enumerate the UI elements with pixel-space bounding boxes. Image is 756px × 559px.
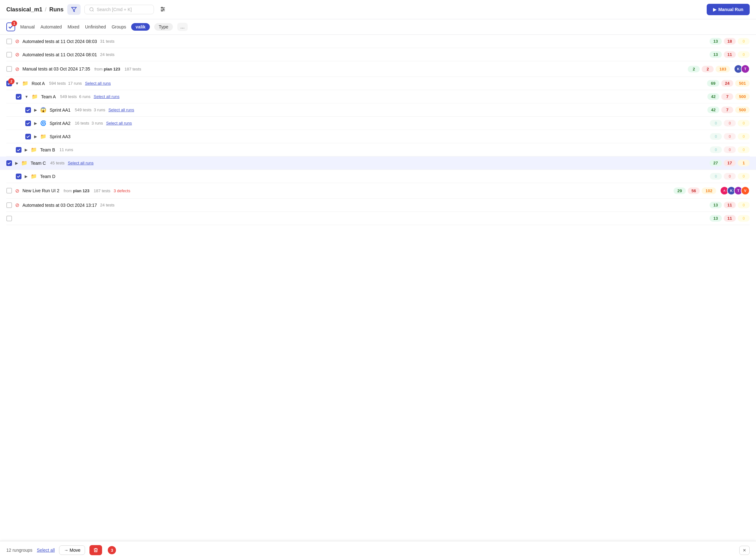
badge-green: 0 [710, 120, 722, 127]
tab-unfinished[interactable]: Unfinished [84, 23, 107, 31]
select-all-runs-link[interactable]: Select all runs [85, 81, 111, 86]
main-checkbox-badge[interactable]: 1 [6, 22, 15, 31]
run-checkbox-r8[interactable] [25, 134, 31, 139]
badge-red: 0 [724, 173, 736, 180]
run-checkbox-r9[interactable] [16, 147, 22, 153]
badge-red: 17 [724, 160, 736, 166]
chevron-down-icon[interactable]: ▼ [25, 94, 28, 99]
search-box[interactable]: Search [Cmd + K] [84, 5, 154, 14]
tab-filter-type[interactable]: Type [154, 23, 173, 31]
stop-icon: ⊘ [15, 202, 19, 208]
run-checkbox-r2[interactable] [6, 52, 12, 58]
run-badges: 13 11 0 [710, 51, 750, 58]
run-title: Team D [40, 174, 55, 179]
run-checkbox-r3[interactable] [6, 66, 12, 72]
check-icon [17, 175, 21, 178]
run-checkbox-r6[interactable] [25, 107, 31, 113]
tab-filter-valik[interactable]: valik [131, 23, 150, 31]
defects-link[interactable]: 3 defects [113, 188, 130, 193]
run-checkbox-r7[interactable] [25, 120, 31, 126]
run-badges: 27 17 1 [710, 160, 750, 166]
run-title: Sprint AA2 [50, 121, 70, 126]
sliders-icon [160, 6, 166, 12]
chevron-right-icon[interactable]: ▶ [15, 161, 18, 165]
emoji-icon: 😱 [40, 107, 46, 113]
badge-red: 0 [724, 147, 736, 153]
chevron-right-icon[interactable]: ▶ [25, 174, 27, 179]
check-icon [26, 121, 30, 125]
avatar-group: K T [736, 65, 750, 73]
badge-red: 24 [721, 80, 733, 87]
badge-yellow: 500 [735, 93, 750, 100]
run-badges: 0 0 0 [710, 133, 750, 140]
run-checkbox-r1[interactable] [6, 39, 12, 44]
badge-red: 11 [724, 51, 736, 58]
run-row: ⊘ Manual tests at 03 Oct 2024 17:35 from… [6, 61, 750, 77]
run-checkbox-r12[interactable] [6, 188, 12, 194]
run-checkbox-badge[interactable]: 2 [6, 81, 12, 86]
badge-yellow: 0 [738, 38, 750, 45]
avatar: V [741, 186, 750, 195]
select-all-runs-link[interactable]: Select all runs [106, 121, 132, 126]
svg-point-6 [161, 7, 162, 8]
run-title: Team C [31, 161, 46, 166]
check-icon [26, 108, 30, 112]
tab-more-button[interactable]: ... [177, 23, 188, 31]
avatar-group: A K T V [722, 186, 750, 195]
select-all-runs-link[interactable]: Select all runs [94, 94, 119, 99]
filter-icon [71, 7, 77, 12]
run-row-group: 2 ▼ 📁 Root A 594 tests 17 runs Select al… [6, 77, 750, 90]
run-meta: 31 tests [100, 39, 115, 44]
run-checkbox-r10[interactable] [6, 160, 12, 166]
run-meta: 187 tests [94, 188, 111, 193]
run-checkbox-r13[interactable] [6, 202, 12, 208]
tab-mixed[interactable]: Mixed [67, 23, 80, 31]
badge-yellow: 0 [738, 173, 750, 180]
run-title: Automated tests at 03 Oct 2024 13:17 [22, 203, 97, 208]
svg-point-7 [163, 8, 164, 9]
manual-run-button[interactable]: ▶ Manual Run [707, 4, 750, 15]
run-badges: 13 11 0 [710, 202, 750, 208]
run-checkbox-r11[interactable] [16, 174, 22, 179]
svg-point-1 [90, 7, 93, 11]
check-icon [17, 95, 21, 99]
search-placeholder: Search [Cmd + K] [97, 7, 132, 12]
sliders-button[interactable] [158, 4, 168, 15]
badge-green: 13 [710, 202, 721, 208]
folder-icon: 📁 [31, 94, 38, 99]
run-checkbox-r14[interactable] [6, 216, 12, 221]
header: Classical_m1 / Runs Search [Cmd + K] ▶ M… [0, 0, 756, 19]
run-meta: 549 tests 6 runs [59, 94, 91, 99]
badge-yellow: 0 [738, 202, 750, 208]
svg-point-8 [161, 10, 162, 11]
run-badges: 2 2 183 [688, 66, 730, 72]
run-meta: 24 tests [100, 52, 115, 57]
tab-groups[interactable]: Groups [111, 23, 127, 31]
select-all-runs-link[interactable]: Select all runs [68, 161, 94, 165]
filter-button[interactable] [67, 4, 81, 15]
folder-icon: 📁 [31, 147, 37, 153]
badge-count: 1 [12, 21, 17, 26]
chevron-right-icon[interactable]: ▶ [34, 134, 37, 139]
folder-icon: 📁 [22, 80, 28, 86]
run-title: Automated tests at 11 Oct 2024 08:03 [22, 39, 97, 44]
tab-automated[interactable]: Automated [40, 23, 63, 31]
run-row: 13 11 0 [6, 212, 750, 225]
run-row-group: ▶ 📁 Sprint AA3 0 0 0 [6, 130, 750, 143]
tab-manual[interactable]: Manual [20, 23, 36, 31]
run-plan: from plan 123 [63, 188, 91, 193]
badge-green: 0 [710, 173, 722, 180]
svg-line-2 [93, 10, 94, 12]
badge-yellow: 0 [738, 215, 750, 222]
chevron-right-icon[interactable]: ▶ [34, 121, 37, 126]
chevron-right-icon[interactable]: ▶ [34, 108, 37, 112]
run-title: Automated tests at 11 Oct 2024 08:01 [22, 52, 97, 57]
run-checkbox-r5[interactable] [16, 94, 22, 99]
run-meta: 594 tests 17 runs [48, 81, 82, 86]
run-row-group-highlighted: ▶ 📁 Team C 45 tests Select all runs 27 1… [0, 157, 756, 170]
avatar: T [741, 65, 750, 73]
chevron-down-icon[interactable]: ▼ [15, 81, 19, 86]
chevron-right-icon[interactable]: ▶ [25, 148, 27, 152]
select-all-runs-link[interactable]: Select all runs [108, 108, 134, 112]
run-row-group: ▶ 📁 Team D 0 0 0 [6, 170, 750, 183]
